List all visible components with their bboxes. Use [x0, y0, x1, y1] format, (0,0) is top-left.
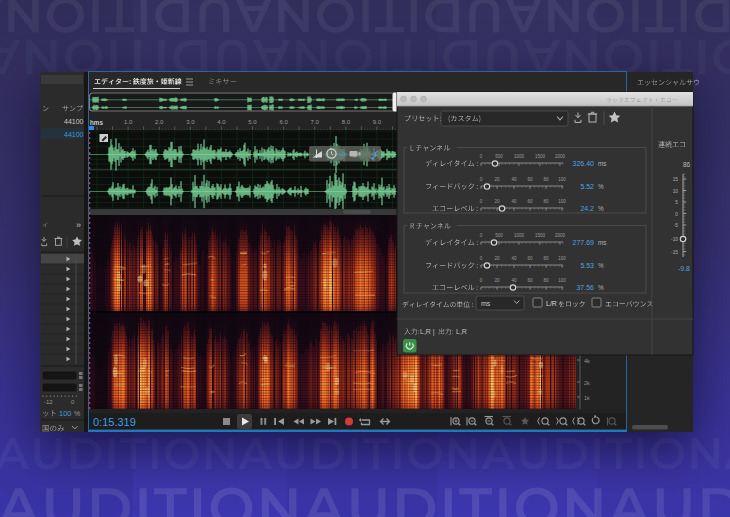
svg-text:-9.8: -9.8 [678, 265, 690, 272]
svg-text:5.0: 5.0 [248, 119, 257, 125]
svg-text:%: % [598, 262, 604, 269]
svg-text:L,R |: L,R | [420, 328, 435, 336]
svg-text:100: 100 [558, 256, 566, 261]
svg-text:ms: ms [598, 160, 607, 167]
svg-text:-5: -5 [674, 223, 679, 228]
svg-text:277.69: 277.69 [573, 239, 595, 246]
svg-text:6.0: 6.0 [279, 119, 288, 125]
svg-text:60: 60 [527, 278, 533, 283]
svg-text:20: 20 [494, 199, 500, 204]
svg-text:44100: 44100 [64, 118, 84, 125]
svg-text:100: 100 [558, 199, 566, 204]
svg-text:100: 100 [59, 409, 72, 418]
svg-text:1000: 1000 [514, 154, 525, 159]
svg-text:hms: hms [90, 119, 103, 126]
svg-text:100: 100 [558, 177, 566, 182]
svg-text:2.0: 2.0 [155, 119, 164, 125]
svg-text:»: » [76, 220, 81, 230]
svg-text:-10: -10 [671, 237, 678, 242]
svg-text:7.0: 7.0 [311, 119, 320, 125]
svg-text:10: 10 [673, 189, 679, 194]
svg-text:80: 80 [543, 177, 549, 182]
svg-text:4.0: 4.0 [217, 119, 226, 125]
svg-text:+0: +0 [339, 151, 347, 157]
svg-text:500: 500 [495, 233, 503, 238]
svg-text:0: 0 [675, 212, 678, 217]
svg-text:L/R: L/R [546, 300, 557, 307]
svg-text:5.53: 5.53 [580, 262, 594, 269]
svg-text:20: 20 [494, 177, 500, 182]
svg-text:1000: 1000 [514, 233, 525, 238]
svg-text:2000: 2000 [555, 233, 566, 238]
svg-text:%: % [74, 410, 80, 417]
svg-text:-15: -15 [671, 250, 678, 255]
svg-text:ms: ms [481, 300, 491, 307]
svg-text:60: 60 [527, 256, 533, 261]
svg-text:24.2: 24.2 [580, 205, 594, 212]
svg-text:44100: 44100 [64, 131, 84, 138]
svg-text:86: 86 [683, 161, 691, 168]
svg-text:37.56: 37.56 [576, 284, 594, 291]
svg-text:15: 15 [673, 177, 679, 182]
svg-text:*: * [175, 80, 178, 89]
svg-text:80: 80 [543, 256, 549, 261]
svg-text:0:15.319: 0:15.319 [93, 416, 136, 428]
svg-text:-12: -12 [44, 399, 53, 405]
svg-text:9.0: 9.0 [373, 119, 382, 125]
svg-text:1k: 1k [584, 395, 590, 401]
svg-text:8.0: 8.0 [342, 119, 351, 125]
svg-text:60: 60 [527, 177, 533, 182]
svg-text:%: % [598, 284, 604, 291]
svg-text:20: 20 [494, 278, 500, 283]
svg-text:5.52: 5.52 [580, 183, 594, 190]
svg-text:2k: 2k [584, 380, 590, 386]
svg-text:80: 80 [543, 278, 549, 283]
svg-text:326.40: 326.40 [573, 160, 595, 167]
svg-text:40: 40 [511, 256, 517, 261]
svg-text:4k: 4k [584, 358, 590, 364]
svg-text:100: 100 [558, 278, 566, 283]
svg-text:500: 500 [495, 154, 503, 159]
svg-text:1500: 1500 [535, 154, 546, 159]
svg-text:%: % [598, 183, 604, 190]
svg-text:L,R: L,R [456, 328, 467, 335]
svg-text:1.0: 1.0 [124, 119, 133, 125]
svg-text:3.0: 3.0 [186, 119, 195, 125]
svg-text:80: 80 [543, 199, 549, 204]
svg-text:40: 40 [511, 177, 517, 182]
svg-text:20: 20 [494, 256, 500, 261]
svg-text:5: 5 [675, 200, 678, 205]
svg-text:%: % [598, 205, 604, 212]
svg-text:60: 60 [527, 199, 533, 204]
svg-text:40: 40 [511, 199, 517, 204]
svg-text:ms: ms [598, 239, 607, 246]
svg-text:1500: 1500 [535, 233, 546, 238]
svg-text:40: 40 [511, 278, 517, 283]
svg-text:2000: 2000 [555, 154, 566, 159]
